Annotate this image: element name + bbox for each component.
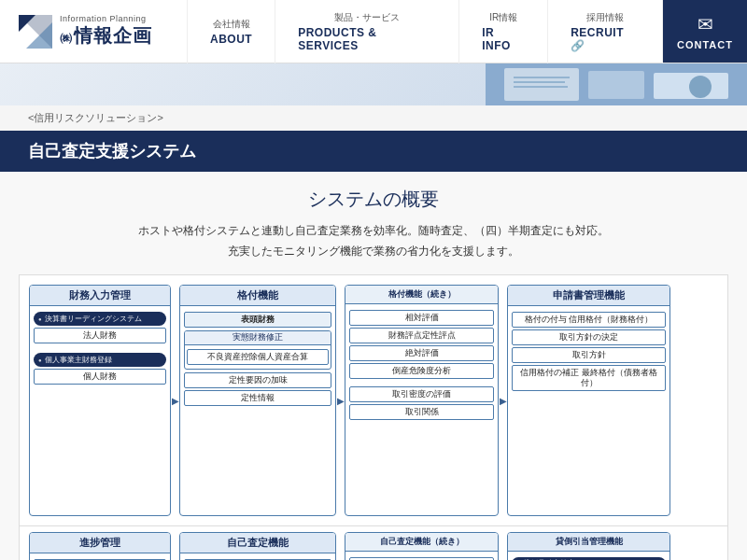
item-tessei-info: 定性情報	[184, 390, 331, 406]
bottom-col3-body: 債務者区分の判定 債務者区分	[345, 552, 498, 560]
col2-body: 表頭財務 実態財務修正 不良資産控除個人資産合算 定性要因の加味 定性情報	[180, 306, 335, 412]
diagram-col-hyoka: 格付機能（続き） 相対評価 財務評点定性評点 絶対評価 倒産危険度分析 取引密度…	[345, 285, 499, 516]
bottom-col4-body: 貸倒見積率算定システム 貸倒実績率算定	[508, 552, 669, 560]
item-torihiki-kankei: 取引関係	[349, 404, 494, 420]
sub-jittai: 実態財務修正 不良資産控除個人資産合算	[184, 330, 331, 370]
svg-rect-5	[588, 71, 644, 99]
nav-about-jp: 会社情報	[213, 18, 250, 31]
item-furyou: 不良資産控除個人資産合算	[187, 349, 329, 365]
nav-products[interactable]: 製品・サービス PRODUCTS & SERVICES	[275, 0, 459, 63]
diagram-col-zaim: 財務入力管理 決算書リーディングシステム 法人財務 個人事業主財務登録 個人財務	[29, 285, 171, 516]
hero-placeholder	[486, 63, 747, 105]
nav-ir[interactable]: IR情報 IR INFO	[459, 0, 548, 63]
item-torihiki-hoshin: 取引方針の決定	[512, 329, 666, 345]
page-title-bar: 自己査定支援システム	[0, 131, 747, 172]
item-kakutsuke-fuyo: 格付の付与 信用格付（財務格付）	[512, 312, 666, 328]
logo-icon	[19, 15, 52, 49]
diagram-col-jiko: 自己査定機能 債務者状況の把握 営業店債務者情報 勘定行状況の把握 与信の把握	[179, 532, 336, 560]
col4-body: 格付の付与 信用格付（財務格付） 取引方針の決定 取引方針 信用格付の補正 最終…	[508, 306, 669, 397]
arrow3: ▶	[500, 285, 505, 516]
diagram-col-kakutsuke: 格付機能 表頭財務 実態財務修正 不良資産控除個人資産合算 定性要因の加味 定性…	[179, 285, 336, 516]
hero-image	[0, 63, 747, 105]
bottom-col2-header: 自己査定機能	[180, 533, 335, 553]
col4-header: 申請書管理機能	[508, 286, 669, 306]
nav-about[interactable]: 会社情報 ABOUT	[187, 0, 275, 63]
item-tosan: 倒産危険度分析	[349, 363, 494, 379]
col3-body: 相対評価 財務評点定性評点 絶対評価 倒産危険度分析 取引密度の評価 取引関係	[345, 304, 498, 426]
item-torihiki-hoshin2: 取引方針	[512, 347, 666, 363]
description: ホストや格付システムと連動し自己査定業務を効率化。随時査定、（四）半期査定にも対…	[19, 221, 728, 261]
item-tesei: 定性要因の加味	[184, 372, 331, 388]
sub-jittai-hdr: 実態財務修正	[185, 331, 331, 345]
diagram-col-kashidaore: 貸倒引当管理機能 貸倒見積率算定システム 貸倒実績率算定	[507, 532, 670, 560]
desc-line1: ホストや格付システムと連動し自己査定業務を効率化。随時査定、（四）半期査定にも対…	[19, 221, 728, 242]
nav-products-en: PRODUCTS & SERVICES	[298, 26, 436, 52]
col1-header: 財務入力管理	[30, 286, 170, 306]
bottom-col3-header: 自己査定機能（続き）	[345, 533, 498, 552]
breadcrumb[interactable]: <信用リスクソリューション>	[28, 112, 163, 123]
diagram-top: 財務入力管理 決算書リーディングシステム 法人財務 個人事業主財務登録 個人財務…	[19, 274, 728, 526]
nav-products-jp: 製品・サービス	[334, 11, 400, 24]
nav-recruit[interactable]: 採用情報 RECRUIT 🔗	[548, 0, 663, 63]
nav-recruit-jp: 採用情報	[586, 11, 624, 24]
bottom-arrow3: ▶	[500, 532, 505, 560]
section-title: システムの概要	[19, 187, 728, 212]
nav-ir-jp: IR情報	[489, 11, 517, 24]
col3-header: 格付機能（続き）	[345, 286, 498, 304]
arrow1: ▶	[173, 285, 177, 516]
item-torihiki-mitsudo: 取引密度の評価	[349, 386, 494, 402]
col1-body: 決算書リーディングシステム 法人財務 個人事業主財務登録 個人財務	[30, 306, 170, 390]
nav-about-en: ABOUT	[210, 33, 252, 46]
logo-text-area: Information Planning ㈱ 情報企画	[60, 14, 152, 49]
logo-subtitle: Information Planning	[60, 14, 152, 23]
main-nav: 会社情報 ABOUT 製品・サービス PRODUCTS & SERVICES I…	[187, 0, 663, 63]
item-zaiten: 財務評点定性評点	[349, 328, 494, 343]
logo-kanji: ㈱	[60, 30, 72, 47]
diagram-col-saimu: 自己査定機能（続き） 債務者区分の判定 債務者区分	[345, 532, 499, 560]
logo-main: 情報企画	[74, 23, 152, 49]
item-kojin-zaim: 個人財務	[34, 369, 166, 385]
main-content: システムの概要 ホストや格付システムと連動し自己査定業務を効率化。随時査定、（四…	[0, 172, 747, 560]
breadcrumb-area: <信用リスクソリューション>	[0, 105, 747, 131]
mail-icon: ✉	[698, 13, 713, 35]
item-zettai: 絶対評価	[349, 345, 494, 361]
bottom-col2-body: 債務者状況の把握 営業店債務者情報 勘定行状況の把握 与信の把握	[180, 553, 335, 560]
nav-ir-en: IR INFO	[482, 26, 525, 52]
contact-label: CONTACT	[677, 39, 733, 50]
item-sotai: 相対評価	[349, 310, 494, 326]
nav-recruit-en: RECRUIT 🔗	[571, 26, 640, 52]
item-hossei: 信用格付の補正 最終格付（債務者格付）	[512, 365, 666, 391]
contact-button[interactable]: ✉ CONTACT	[663, 0, 747, 63]
page-title: 自己査定支援システム	[28, 140, 719, 162]
bottom-arrow1: ▶	[173, 532, 177, 560]
item-keisan: 決算書リーディングシステム	[34, 312, 166, 326]
arrow2: ▶	[338, 285, 343, 516]
bottom-col1-body: 進捗管理 財務登録から取引方法決定までのプロセス管理	[30, 553, 170, 560]
item-hojin: 法人財務	[34, 328, 166, 343]
logo-area: Information Planning ㈱ 情報企画	[0, 0, 187, 63]
item-kojin-reg: 個人事業主財務登録	[34, 353, 166, 367]
header: Information Planning ㈱ 情報企画 会社情報 ABOUT 製…	[0, 0, 747, 63]
bottom-col4-header: 貸倒引当管理機能	[508, 533, 669, 552]
desc-line2: 充実したモニタリング機能で業務の省力化を支援します。	[19, 242, 728, 262]
diagram-bottom: 進捗管理 進捗管理 財務登録から取引方法決定までのプロセス管理 ▶ 自己査定機能…	[19, 526, 728, 560]
diagram-col-shinchou: 進捗管理 進捗管理 財務登録から取引方法決定までのプロセス管理	[29, 532, 171, 560]
bottom-col1-header: 進捗管理	[30, 533, 170, 553]
item-hyoto: 表頭財務	[184, 312, 331, 328]
svg-rect-4	[504, 68, 579, 101]
hero-svg	[486, 63, 747, 105]
svg-point-10	[689, 76, 712, 98]
bottom-arrow2: ▶	[338, 532, 343, 560]
col2-header: 格付機能	[180, 286, 335, 306]
diagram-col-shinsei: 申請書管理機能 格付の付与 信用格付（財務格付） 取引方針の決定 取引方針 信用…	[507, 285, 670, 516]
